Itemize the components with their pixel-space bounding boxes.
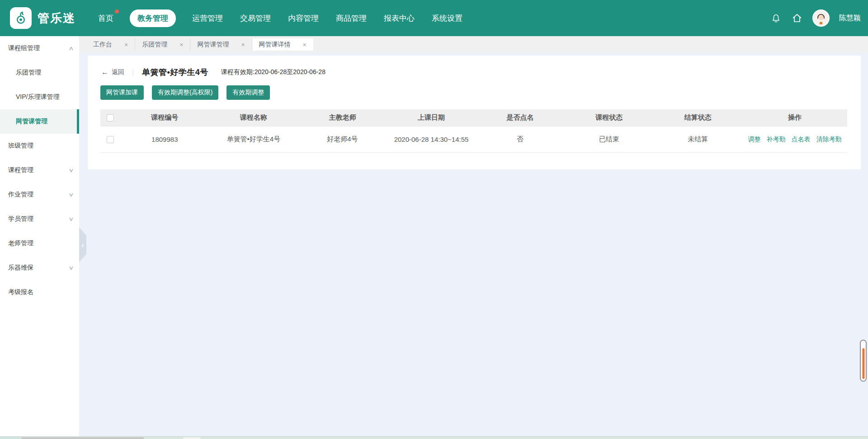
column-header: 结算状态 [653,113,742,122]
sidebar-item-label: 网管课管理 [16,117,47,126]
sidebar-item-label: 班级管理 [8,142,33,150]
sidebar-item[interactable]: 老师管理 [0,231,79,256]
nav-menu-item[interactable]: 首页 [97,9,114,27]
chevron-icon: ∧ [68,45,74,51]
nav-menu-label: 首页 [98,14,113,23]
nav-menu-label: 内容管理 [288,14,319,23]
close-icon[interactable]: × [303,41,307,48]
row-actions: 调整 补考勤 点名表 清除考勤 [742,135,847,144]
sidebar-item[interactable]: 乐团管理 [0,61,79,85]
nav-menu-label: 运营管理 [192,14,223,23]
close-icon[interactable]: × [124,41,128,48]
navbar-right: 陈慧颖 [770,9,861,27]
chevron-icon: ∨ [68,265,74,271]
cell-teacher: 好老师4号 [298,135,387,144]
row-checkbox-cell [100,136,120,143]
column-header: 课程名称 [209,113,298,122]
course-validity: 课程有效期:2020-06-28至2020-06-28 [221,68,326,76]
sidebar-item-label: 乐团管理 [16,69,41,77]
cell-settlement: 未结算 [653,135,742,144]
table-header-row: 课程编号 课程名称 主教老师 上课日期 是否点名 课程状态 结算状态 操作 [100,109,847,126]
page-tab[interactable]: 乐团管理 × [135,38,190,51]
detail-header: ← 返回 单簧管•好学生4号 课程有效期:2020-06-28至2020-06-… [101,66,326,78]
main-content: ← 返回 单簧管•好学生4号 课程有效期:2020-06-28至2020-06-… [79,53,868,436]
sidebar-item-label: 老师管理 [8,239,33,248]
teal-action-button[interactable]: 网管课加课 [100,85,144,100]
bell-icon[interactable] [770,12,782,24]
collapse-left-icon: ‹ [82,241,84,249]
close-icon[interactable]: × [179,41,183,48]
home-icon[interactable] [791,12,803,24]
button-label: 网管课加课 [106,89,138,97]
nav-menu-item[interactable]: 运营管理 [191,9,224,27]
nav-menu-label: 教务管理 [137,14,168,23]
sidebar-item-label: 课程组管理 [8,44,40,52]
cell-rollcall: 否 [476,135,565,144]
nav-menu-label: 商品管理 [336,14,367,23]
nav-menu-item[interactable]: 内容管理 [287,9,320,27]
column-header: 是否点名 [476,113,565,122]
horizontal-scrollbar-thumb[interactable] [22,437,144,439]
button-label: 有效期调整(高权限) [158,89,212,97]
page-tab[interactable]: 网管课管理 × [190,38,252,51]
cell-status: 已结束 [565,135,654,144]
open-tabs-bar: 工作台 × 乐团管理 × 网管课管理 × 网管课详情 × [79,36,868,53]
sidebar-item[interactable]: 课程管理 ∨ [0,158,79,182]
column-header: 课程编号 [120,113,209,122]
sidebar-item[interactable]: 学员管理 ∨ [0,207,79,231]
teal-action-button[interactable]: 有效期调整 [226,85,270,100]
sidebar-item[interactable]: VIP/乐理课管理 [0,85,79,109]
nav-menu-item[interactable]: 报表中心 [383,9,415,27]
sidebar-item-label: 作业管理 [8,191,33,199]
vertical-scroll-indicator[interactable] [860,340,867,382]
page-tab[interactable]: 网管课详情 × [252,38,313,51]
sidebar-item-label: 乐器维保 [8,264,33,272]
select-all-checkbox[interactable] [107,114,114,121]
course-detail-card: ← 返回 单簧管•好学生4号 课程有效期:2020-06-28至2020-06-… [88,56,861,169]
chevron-icon: ∨ [68,167,74,173]
nav-menu-item[interactable]: 教务管理 [130,9,176,27]
sidebar-item[interactable]: 课程组管理 ∧ [0,36,79,61]
header-checkbox-cell [100,114,120,121]
sidebar-item[interactable]: 网管课管理 [0,109,79,134]
close-icon[interactable]: × [241,41,245,48]
row-checkbox[interactable] [107,136,114,143]
sidebar-item[interactable]: 班级管理 [0,134,79,158]
teal-action-button[interactable]: 有效期调整(高权限) [152,85,218,100]
table-row: 1809983 单簧管•好学生4号 好老师4号 2020-06-28 14:30… [100,126,847,153]
sidebar-item-label: 考级报名 [8,288,33,296]
chevron-icon: ∨ [68,191,74,198]
nav-menu-item[interactable]: 商品管理 [335,9,368,27]
button-label: 有效期调整 [232,89,264,97]
scrollbar-segment [183,437,200,439]
sidebar-item[interactable]: 考级报名 [0,280,79,304]
nav-menu-item[interactable]: 系统设置 [431,9,463,27]
cell-course-name: 单簧管•好学生4号 [209,135,298,144]
action-makeup-attendance[interactable]: 补考勤 [767,135,786,144]
sidebar-item[interactable]: 作业管理 ∨ [0,182,79,207]
sidebar-item[interactable]: 乐器维保 ∨ [0,256,79,280]
brand-title: 管乐迷 [38,10,75,26]
nav-menu-label: 系统设置 [432,14,462,23]
action-clear-attendance[interactable]: 清除考勤 [816,135,842,144]
action-rollcall-sheet[interactable]: 点名表 [792,135,811,144]
action-adjust[interactable]: 调整 [748,135,761,144]
cell-date: 2020-06-28 14:30~14:55 [387,135,476,143]
sidebar-item-label: 课程管理 [8,166,33,174]
user-avatar[interactable] [812,9,830,27]
back-label: 返回 [112,68,124,76]
sidebar-item-label: 学员管理 [8,215,33,223]
table-header-columns: 课程编号 课程名称 主教老师 上课日期 是否点名 课程状态 结算状态 操作 [120,113,847,122]
column-header: 课程状态 [565,113,654,122]
page-tab[interactable]: 工作台 × [86,38,135,51]
back-button[interactable]: ← 返回 [101,68,124,76]
scroll-indicator-fill [862,348,864,379]
user-name[interactable]: 陈慧颖 [839,14,861,23]
nav-menu-item[interactable]: 交易管理 [239,9,272,27]
cell-actions: 调整 补考勤 点名表 清除考勤 [742,135,847,144]
page-tab-label: 乐团管理 [142,41,167,49]
app-logo[interactable] [10,7,32,29]
table-body: 1809983 单簧管•好学生4号 好老师4号 2020-06-28 14:30… [100,126,847,153]
column-header: 上课日期 [387,113,476,122]
column-header: 主教老师 [298,113,387,122]
